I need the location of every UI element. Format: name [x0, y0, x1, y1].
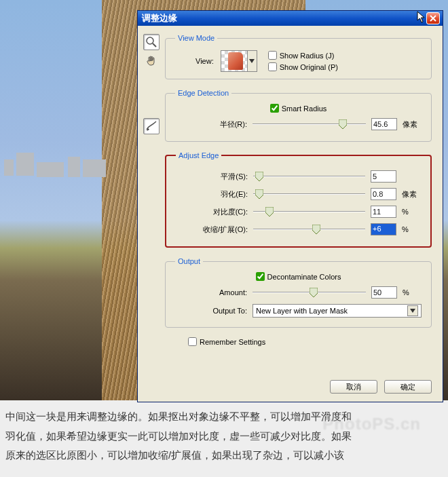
dialog-title: 调整边缘	[142, 12, 418, 24]
show-radius-input[interactable]	[268, 51, 277, 60]
shift-unit: %	[402, 225, 421, 233]
amount-label: Amount:	[175, 288, 247, 297]
decontaminate-checkbox[interactable]	[256, 272, 265, 281]
title-bar[interactable]: 调整边缘	[138, 11, 443, 26]
smart-radius-label: Smart Radius	[282, 104, 327, 113]
mouse-cursor-icon	[418, 12, 426, 24]
smooth-slider[interactable]	[253, 172, 365, 181]
shift-value[interactable]: +6	[371, 223, 396, 235]
feather-slider[interactable]	[253, 189, 365, 199]
view-mode-group: View Mode View: Show Radius (J) Show Ori…	[165, 34, 432, 79]
radius-value[interactable]	[371, 118, 397, 130]
remember-settings-label: Remember Settings	[200, 338, 265, 346]
contrast-value[interactable]	[371, 206, 396, 218]
view-thumbnail[interactable]	[221, 50, 248, 72]
smart-radius-checkbox[interactable]	[270, 104, 279, 113]
castle-silhouette	[0, 132, 136, 187]
caption-line-1: 中间这一块是用来调整边缘的。如果抠出对象边缘不平整，可以增加平滑度和	[5, 407, 443, 427]
output-to-value: New Layer with Layer Mask	[256, 307, 407, 315]
shift-label: 收缩/扩展(O):	[176, 225, 248, 235]
refine-brush-tool-icon[interactable]	[143, 118, 160, 134]
view-dropdown[interactable]	[248, 50, 257, 72]
feather-value[interactable]	[371, 188, 396, 200]
hand-tool-icon[interactable]	[143, 53, 160, 69]
contrast-unit: %	[402, 208, 421, 216]
output-group: Output Decontaminate Colors Amount: % Ou…	[165, 257, 432, 328]
svg-line-1	[153, 43, 156, 47]
show-original-label: Show Original (P)	[280, 63, 338, 71]
remember-settings-checkbox[interactable]: Remember Settings	[188, 337, 432, 346]
show-original-input[interactable]	[268, 62, 277, 71]
dialog-button-row: 取消 确定	[330, 380, 432, 394]
output-to-label: Output To:	[175, 307, 247, 315]
cancel-button[interactable]: 取消	[330, 380, 377, 394]
contrast-slider[interactable]	[253, 207, 365, 216]
adjust-edge-group: Adjust Edge 平滑(S): 羽化(E): 像素 对比度(C):	[165, 151, 432, 248]
output-to-select[interactable]: New Layer with Layer Mask	[253, 304, 422, 318]
show-radius-label: Show Radius (J)	[280, 52, 335, 60]
edge-detection-legend: Edge Detection	[175, 89, 231, 97]
svg-point-0	[147, 37, 153, 44]
feather-label: 羽化(E):	[176, 189, 248, 199]
edge-detection-group: Edge Detection Smart Radius 半径(R): 像素	[165, 89, 432, 142]
feather-unit: 像素	[402, 189, 421, 199]
view-mode-legend: View Mode	[175, 34, 217, 42]
smooth-label: 平滑(S):	[176, 172, 248, 182]
amount-slider[interactable]	[253, 288, 366, 297]
radius-unit: 像素	[403, 119, 422, 130]
show-original-checkbox[interactable]: Show Original (P)	[268, 62, 338, 71]
show-radius-checkbox[interactable]: Show Radius (J)	[268, 51, 338, 60]
radius-label: 半径(R):	[175, 119, 247, 130]
radius-slider[interactable]	[253, 119, 366, 129]
amount-unit: %	[403, 288, 422, 297]
close-button[interactable]	[426, 12, 440, 24]
contrast-label: 对比度(C):	[176, 207, 248, 217]
zoom-tool-icon[interactable]	[143, 34, 160, 50]
shift-slider[interactable]	[253, 225, 365, 234]
caption-line-2: 羽化值，如果希望边缘更实一此可以增加对比度，虚一些可减少对比度。如果	[5, 427, 443, 446]
adjust-edge-legend: Adjust Edge	[176, 151, 221, 159]
caption-line-3: 原来的选区比原图小，可以增加收缩/扩展值，如果出现了杂边，可以减小该	[5, 446, 443, 465]
output-legend: Output	[175, 257, 203, 265]
tool-column	[142, 34, 161, 134]
amount-value[interactable]	[371, 286, 397, 299]
smooth-value[interactable]	[371, 170, 396, 183]
decontaminate-label: Decontaminate Colors	[267, 273, 341, 281]
chevron-down-icon[interactable]	[407, 305, 418, 316]
view-label: View:	[195, 57, 214, 65]
refine-edge-dialog: 调整边缘 View Mode View:	[137, 10, 443, 402]
tutorial-caption: 中间这一块是用来调整边缘的。如果抠出对象边缘不平整，可以增加平滑度和 羽化值，如…	[5, 407, 443, 465]
ok-button[interactable]: 确定	[384, 380, 432, 394]
remember-settings-input[interactable]	[188, 337, 197, 346]
